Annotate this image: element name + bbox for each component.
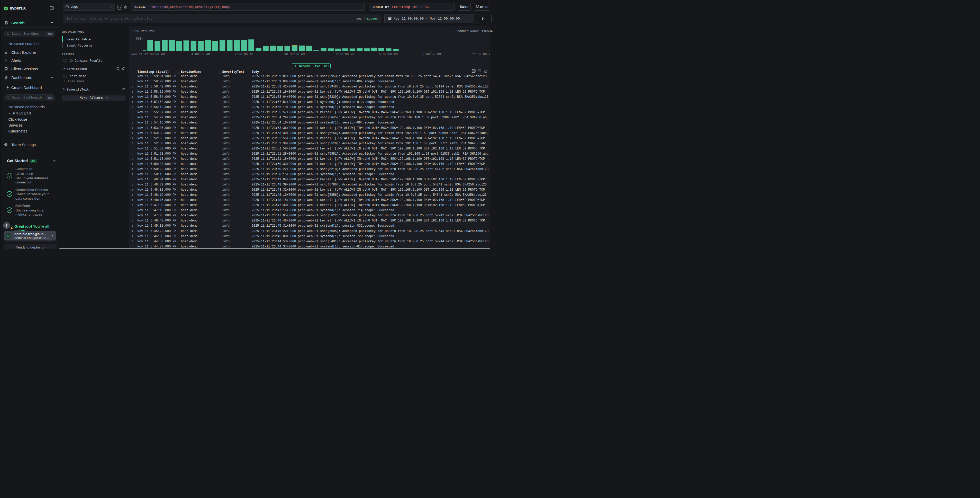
svg-text:4:00:00 AM: 4:00:00 AM — [191, 53, 210, 56]
svg-text:5:00:00 PM: 5:00:00 PM — [379, 53, 398, 56]
svg-text:2:00:00 PM: 2:00:00 PM — [336, 53, 354, 56]
svg-text:11:30:00 PM: 11:30:00 PM — [472, 53, 490, 56]
svg-text:7:00:00 AM: 7:00:00 AM — [235, 53, 253, 56]
svg-text:10:30:00 AM: 10:30:00 AM — [284, 53, 305, 56]
svg-text:0: 0 — [140, 49, 142, 53]
svg-text:Nov 11 12:00:00 AM: Nov 11 12:00:00 AM — [131, 53, 165, 56]
svg-text:8:00:00 PM: 8:00:00 PM — [422, 53, 441, 56]
svg-text:600: 600 — [136, 37, 142, 41]
